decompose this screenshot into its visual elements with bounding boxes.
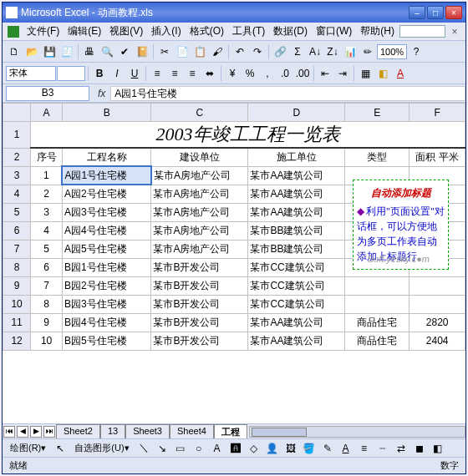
cell[interactable]: A园1号住宅楼 — [62, 166, 150, 185]
col-header[interactable]: E — [345, 104, 410, 122]
sheet-tab[interactable]: 工程 — [214, 424, 247, 439]
page-title-cell[interactable]: 2003年竣工工程一览表 — [31, 122, 465, 149]
cell[interactable]: 某市B开发公司 — [151, 276, 248, 295]
cell[interactable]: 某市CC建筑公司 — [248, 295, 345, 313]
shadow-icon[interactable]: ◼ — [411, 440, 428, 457]
autosum-icon[interactable]: Σ — [289, 43, 306, 60]
percent-icon[interactable]: % — [242, 65, 258, 82]
sort-asc-icon[interactable]: A↓ — [307, 43, 323, 60]
horizontal-scrollbar[interactable] — [249, 426, 465, 438]
row-header[interactable]: 10 — [3, 295, 31, 313]
comma-icon[interactable]: , — [259, 65, 276, 82]
italic-icon[interactable]: I — [109, 65, 125, 82]
cell[interactable]: 商品住宅 — [345, 313, 410, 332]
autoshapes-menu[interactable]: 自选图形(U)▾ — [70, 440, 133, 456]
minimize-button[interactable]: – — [409, 6, 425, 19]
textbox-icon[interactable]: A — [209, 440, 226, 457]
sheet-tab[interactable]: Sheet3 — [125, 424, 170, 439]
tab-nav-first-icon[interactable]: ⏮ — [3, 426, 15, 438]
hyperlink-icon[interactable]: 🔗 — [272, 43, 288, 60]
wordart-icon[interactable]: 🅰 — [227, 440, 244, 457]
draw-menu[interactable]: 绘图(R)▾ — [6, 440, 50, 456]
cell[interactable]: 5 — [31, 240, 63, 258]
cell[interactable]: 1 — [31, 166, 63, 185]
clipart-icon[interactable]: 👤 — [264, 440, 281, 457]
cell[interactable]: 4 — [31, 221, 63, 240]
menu-view[interactable]: 视图(V) — [105, 23, 147, 40]
help-search-input[interactable] — [399, 25, 445, 38]
cell[interactable] — [345, 276, 410, 295]
cell[interactable]: 某市BB建筑公司 — [248, 240, 345, 258]
row-header[interactable]: 8 — [3, 258, 31, 276]
diagram-icon[interactable]: ◇ — [246, 440, 262, 457]
row-header[interactable]: 7 — [3, 240, 31, 258]
row-header[interactable]: 3 — [3, 166, 31, 185]
row-header[interactable]: 9 — [3, 276, 31, 295]
bold-icon[interactable]: B — [91, 65, 108, 82]
sheet-tab[interactable]: Sheet2 — [56, 424, 100, 439]
select-all-corner[interactable] — [3, 104, 31, 122]
header-cell[interactable]: 类型 — [345, 148, 410, 166]
menu-tools[interactable]: 工具(T) — [228, 23, 269, 40]
redo-icon[interactable]: ↷ — [249, 43, 266, 60]
preview-icon[interactable]: 🔍 — [99, 43, 115, 60]
header-cell[interactable]: 工程名称 — [62, 148, 150, 166]
print-icon[interactable]: 🖶 — [81, 43, 98, 60]
cell[interactable] — [345, 295, 410, 313]
cell[interactable]: B园2号住宅楼 — [62, 276, 150, 295]
inc-indent-icon[interactable]: ⇥ — [334, 65, 351, 82]
cell[interactable]: A园2号住宅楼 — [62, 185, 150, 203]
cell[interactable]: 某市A房地产公司 — [151, 221, 248, 240]
cell[interactable]: 某市B开发公司 — [151, 313, 248, 332]
menu-edit[interactable]: 编辑(E) — [64, 23, 105, 40]
col-header[interactable]: D — [248, 104, 345, 122]
format-painter-icon[interactable]: 🖌 — [209, 43, 226, 60]
fx-icon[interactable]: fx — [98, 88, 105, 99]
header-cell[interactable]: 序号 — [31, 148, 63, 166]
cell[interactable]: 商品住宅 — [345, 332, 410, 350]
paste-icon[interactable]: 📋 — [191, 43, 208, 60]
line-icon[interactable]: ＼ — [135, 440, 152, 457]
rect-icon[interactable]: ▭ — [172, 440, 189, 457]
header-cell[interactable]: 建设单位 — [151, 148, 248, 166]
align-center-icon[interactable]: ≡ — [166, 65, 183, 82]
cell[interactable]: 2 — [31, 185, 63, 203]
cell[interactable]: B园3号住宅楼 — [62, 295, 150, 313]
col-header[interactable]: A — [31, 104, 63, 122]
fill-icon[interactable]: 🪣 — [301, 440, 318, 457]
tab-nav-last-icon[interactable]: ⏭ — [43, 426, 55, 438]
close-button[interactable]: × — [445, 6, 462, 19]
open-icon[interactable]: 📂 — [23, 43, 40, 60]
cell[interactable]: 3 — [31, 203, 63, 221]
menu-insert[interactable]: 插入(I) — [147, 23, 185, 40]
dec-decimal-icon[interactable]: .00 — [294, 65, 311, 82]
col-header[interactable]: C — [151, 104, 248, 122]
fill-color-icon[interactable]: ◧ — [374, 65, 391, 82]
row-header[interactable]: 6 — [3, 221, 31, 240]
row-header[interactable]: 1 — [3, 122, 31, 149]
cell[interactable] — [410, 295, 465, 313]
cell[interactable]: 某市AA建筑公司 — [248, 185, 345, 203]
cell[interactable]: 2404 — [410, 332, 465, 350]
font-color-icon[interactable]: A — [338, 440, 354, 457]
merge-icon[interactable]: ⬌ — [201, 65, 218, 82]
menu-file[interactable]: 文件(F) — [23, 23, 64, 40]
cell[interactable]: 某市AA建筑公司 — [248, 332, 345, 350]
cell[interactable]: 某市A房地产公司 — [151, 203, 248, 221]
cut-icon[interactable]: ✂ — [156, 43, 173, 60]
dec-indent-icon[interactable]: ⇤ — [317, 65, 333, 82]
save-icon[interactable]: 💾 — [41, 43, 58, 60]
row-header[interactable]: 4 — [3, 185, 31, 203]
menu-data[interactable]: 数据(D) — [269, 23, 312, 40]
cell[interactable]: B园5号住宅楼 — [62, 332, 150, 350]
cell[interactable]: B园4号住宅楼 — [62, 313, 150, 332]
cell[interactable]: 某市A房地产公司 — [151, 240, 248, 258]
menu-format[interactable]: 格式(O) — [186, 23, 228, 40]
col-header[interactable]: B — [62, 104, 150, 122]
row-header[interactable]: 11 — [3, 313, 31, 332]
cell[interactable]: 某市B开发公司 — [151, 258, 248, 276]
sort-desc-icon[interactable]: Z↓ — [324, 43, 341, 60]
cell[interactable]: 某市B开发公司 — [151, 295, 248, 313]
inc-decimal-icon[interactable]: .0 — [277, 65, 293, 82]
cell[interactable]: B园1号住宅楼 — [62, 258, 150, 276]
